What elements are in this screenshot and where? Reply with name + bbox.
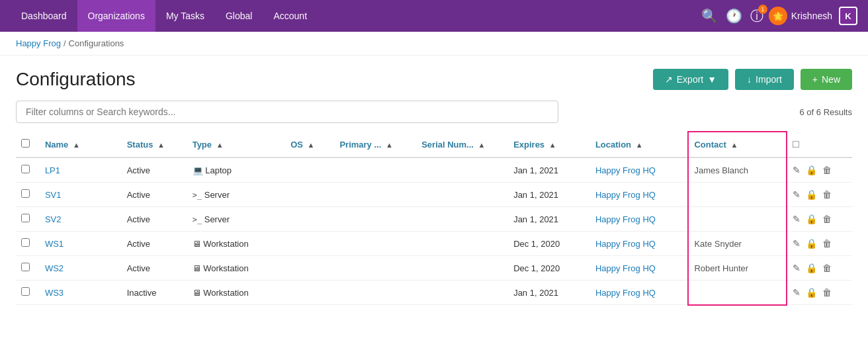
- row-checkbox[interactable]: [21, 287, 30, 296]
- col-header-serial[interactable]: Serial Num... ▲: [416, 132, 508, 157]
- nav-dashboard[interactable]: Dashboard: [11, 0, 77, 32]
- row-location: Happy Frog HQ: [590, 256, 689, 281]
- row-actions: ✎ 🔒 🗑: [787, 281, 852, 305]
- export-icon: ↗: [665, 74, 673, 85]
- col-header-expires[interactable]: Expires ▲: [508, 132, 590, 157]
- delete-icon[interactable]: 🗑: [822, 263, 832, 273]
- row-name[interactable]: WS3: [40, 281, 122, 305]
- delete-icon[interactable]: 🗑: [822, 189, 832, 200]
- col-header-type[interactable]: Type ▲: [187, 132, 286, 157]
- row-type: >_ Server: [187, 183, 286, 207]
- col-header-actions: □: [787, 132, 852, 157]
- config-name-link[interactable]: SV2: [45, 214, 62, 224]
- breadcrumb-parent[interactable]: Happy Frog: [16, 38, 61, 48]
- lock-icon[interactable]: 🔒: [806, 238, 817, 249]
- edit-icon[interactable]: ✎: [793, 214, 801, 224]
- column-toggle-icon[interactable]: □: [793, 138, 799, 150]
- row-checkbox[interactable]: [21, 165, 30, 173]
- main-nav: Dashboard Organizations My Tasks Global …: [0, 0, 868, 32]
- row-contact: Robert Hunter: [688, 256, 787, 281]
- edit-icon[interactable]: ✎: [793, 165, 801, 175]
- clock-icon[interactable]: 🕐: [726, 8, 742, 24]
- export-button[interactable]: ↗ Export ▼: [653, 69, 728, 90]
- breadcrumb-separator: /: [64, 38, 66, 48]
- row-location: Happy Frog HQ: [590, 207, 689, 232]
- type-icon: 🖥: [193, 288, 201, 298]
- import-button[interactable]: ↓ Import: [735, 69, 794, 90]
- edit-icon[interactable]: ✎: [793, 238, 801, 249]
- edit-icon[interactable]: ✎: [793, 189, 801, 200]
- row-checkbox-cell[interactable]: [16, 207, 40, 232]
- filter-bar: 6 of 6 Results: [0, 101, 868, 131]
- config-name-link[interactable]: WS2: [45, 263, 64, 273]
- row-name[interactable]: WS2: [40, 256, 122, 281]
- configurations-table: Name ▲ Status ▲ Type ▲ OS ▲ Primary ... …: [16, 131, 852, 306]
- col-header-primary[interactable]: Primary ... ▲: [334, 132, 416, 157]
- row-type: 🖥 Workstation: [187, 232, 286, 256]
- row-name[interactable]: SV2: [40, 207, 122, 232]
- row-status: Active: [122, 207, 187, 232]
- row-checkbox-cell[interactable]: [16, 281, 40, 305]
- action-icons: ✎ 🔒 🗑: [793, 287, 847, 298]
- delete-icon[interactable]: 🗑: [822, 287, 832, 298]
- select-all-checkbox[interactable]: [21, 139, 30, 148]
- nav-global[interactable]: Global: [215, 0, 263, 32]
- row-checkbox-cell[interactable]: [16, 183, 40, 207]
- lock-icon[interactable]: 🔒: [806, 189, 817, 200]
- row-type: 💻 Laptop: [187, 157, 286, 183]
- configurations-table-wrap: Name ▲ Status ▲ Type ▲ OS ▲ Primary ... …: [0, 131, 868, 306]
- row-checkbox-cell[interactable]: [16, 232, 40, 256]
- row-checkbox[interactable]: [21, 263, 30, 271]
- delete-icon[interactable]: 🗑: [822, 165, 832, 175]
- row-name[interactable]: LP1: [40, 157, 122, 183]
- search-icon[interactable]: 🔍: [701, 8, 718, 24]
- new-button[interactable]: + New: [801, 69, 852, 90]
- user-menu[interactable]: 🌟 Krishnesh K: [769, 7, 857, 25]
- config-name-link[interactable]: SV1: [45, 190, 62, 200]
- row-serial: [416, 256, 508, 281]
- row-checkbox-cell[interactable]: [16, 157, 40, 183]
- row-checkbox[interactable]: [21, 214, 30, 222]
- row-expires: Jan 1, 2021: [508, 183, 590, 207]
- col-header-location[interactable]: Location ▲: [590, 132, 689, 157]
- delete-icon[interactable]: 🗑: [822, 238, 832, 249]
- row-name[interactable]: SV1: [40, 183, 122, 207]
- col-header-contact[interactable]: Contact ▲: [688, 132, 787, 157]
- lock-icon[interactable]: 🔒: [806, 165, 817, 175]
- nav-organizations[interactable]: Organizations: [77, 0, 155, 32]
- lock-icon[interactable]: 🔒: [806, 263, 817, 273]
- row-contact: [688, 281, 787, 305]
- delete-icon[interactable]: 🗑: [822, 214, 832, 224]
- col-header-os[interactable]: OS ▲: [285, 132, 334, 157]
- config-name-link[interactable]: WS1: [45, 239, 64, 249]
- row-checkbox[interactable]: [21, 189, 30, 198]
- new-label: New: [822, 74, 840, 85]
- config-name-link[interactable]: WS3: [45, 288, 64, 298]
- select-all-header[interactable]: [16, 132, 40, 157]
- row-expires: Jan 1, 2021: [508, 281, 590, 305]
- lock-icon[interactable]: 🔒: [806, 287, 817, 298]
- row-status: Inactive: [122, 281, 187, 305]
- config-name-link[interactable]: LP1: [45, 165, 60, 175]
- row-expires: Jan 1, 2021: [508, 207, 590, 232]
- help-icon[interactable]: ⓘ 1: [750, 7, 763, 25]
- row-checkbox-cell[interactable]: [16, 256, 40, 281]
- nav-my-tasks[interactable]: My Tasks: [155, 0, 215, 32]
- user-initial-badge: K: [839, 7, 857, 25]
- edit-icon[interactable]: ✎: [793, 287, 801, 298]
- results-count: 6 of 6 Results: [800, 107, 853, 117]
- nav-account[interactable]: Account: [263, 0, 318, 32]
- filter-input[interactable]: [16, 101, 558, 123]
- col-header-name[interactable]: Name ▲: [40, 132, 122, 157]
- edit-icon[interactable]: ✎: [793, 263, 801, 273]
- status-sort-icon: ▲: [157, 141, 165, 149]
- lock-icon[interactable]: 🔒: [806, 214, 817, 224]
- row-location: Happy Frog HQ: [590, 232, 689, 256]
- row-checkbox[interactable]: [21, 238, 30, 247]
- col-header-status[interactable]: Status ▲: [122, 132, 187, 157]
- contact-sort-icon: ▲: [730, 141, 738, 149]
- name-sort-icon: ▲: [73, 141, 80, 149]
- type-icon: >_: [193, 215, 202, 224]
- row-name[interactable]: WS1: [40, 232, 122, 256]
- table-row: SV2 Active >_ Server Jan 1, 2021 Happy F…: [16, 207, 852, 232]
